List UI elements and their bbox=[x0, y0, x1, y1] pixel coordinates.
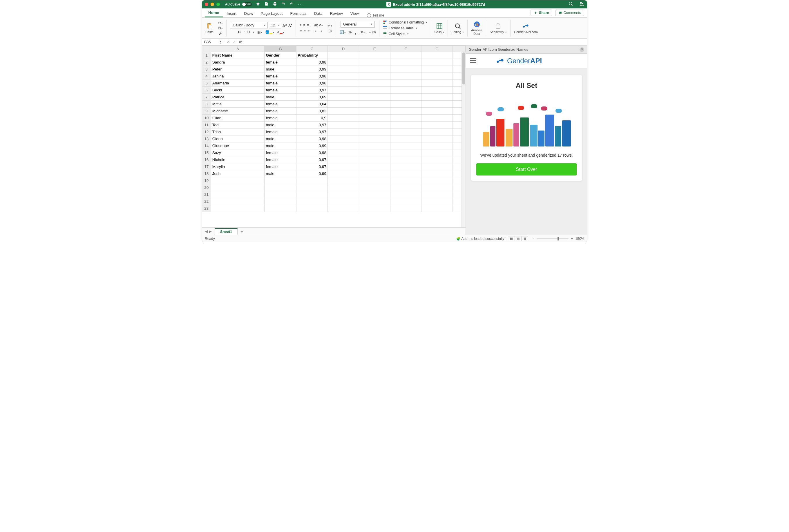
row-header[interactable]: 6 bbox=[202, 87, 211, 94]
table-row[interactable]: 5Anamariafemale0,98 bbox=[202, 80, 466, 87]
cell[interactable]: female bbox=[265, 73, 296, 80]
align-bottom-icon[interactable]: ≡ bbox=[307, 23, 309, 27]
tab-draw[interactable]: Draw bbox=[240, 10, 257, 17]
cell[interactable]: 0,98 bbox=[296, 135, 328, 142]
cell[interactable] bbox=[422, 87, 453, 94]
redo-icon[interactable] bbox=[289, 2, 294, 7]
name-box[interactable]: B35 ▲▼ bbox=[202, 40, 224, 44]
increase-decimal-icon[interactable]: .00→ bbox=[359, 31, 366, 34]
row-header[interactable]: 17 bbox=[202, 163, 211, 170]
borders-button[interactable]: ▦▾ bbox=[257, 30, 262, 34]
cell[interactable]: female bbox=[265, 59, 296, 66]
cell[interactable]: Janina bbox=[211, 73, 265, 80]
bold-button[interactable]: B bbox=[238, 30, 241, 34]
cell[interactable] bbox=[296, 198, 328, 205]
align-left-icon[interactable]: ≡ bbox=[300, 29, 302, 33]
cell[interactable]: 0,98 bbox=[296, 149, 328, 156]
row-header[interactable]: 11 bbox=[202, 121, 211, 129]
cell[interactable] bbox=[359, 177, 390, 184]
cell[interactable]: 0,82 bbox=[296, 108, 328, 115]
cell[interactable] bbox=[328, 66, 359, 73]
cell[interactable] bbox=[422, 129, 453, 135]
cell[interactable] bbox=[390, 198, 422, 205]
cell[interactable] bbox=[211, 198, 265, 205]
col-header-D[interactable]: D bbox=[328, 46, 359, 52]
row-header[interactable]: 9 bbox=[202, 108, 211, 115]
cell[interactable] bbox=[422, 66, 453, 73]
cell[interactable] bbox=[422, 170, 453, 177]
cell[interactable] bbox=[328, 73, 359, 80]
table-row[interactable]: 21 bbox=[202, 191, 466, 198]
cell[interactable] bbox=[328, 177, 359, 184]
save-icon[interactable] bbox=[264, 2, 269, 7]
cell[interactable] bbox=[328, 142, 359, 149]
tab-insert[interactable]: Insert bbox=[223, 10, 240, 17]
row-header[interactable]: 14 bbox=[202, 142, 211, 149]
table-row[interactable]: 20 bbox=[202, 184, 466, 191]
minimize-window-button[interactable] bbox=[211, 3, 214, 6]
cell[interactable] bbox=[265, 198, 296, 205]
cancel-formula-icon[interactable]: ✕ bbox=[227, 40, 230, 44]
table-row[interactable]: 8Mittiefemale0,64 bbox=[202, 101, 466, 108]
paste-button[interactable]: Paste bbox=[204, 23, 215, 34]
cell[interactable] bbox=[390, 142, 422, 149]
cell[interactable]: male bbox=[265, 121, 296, 129]
cell[interactable]: female bbox=[265, 149, 296, 156]
row-header[interactable]: 8 bbox=[202, 101, 211, 108]
cell[interactable] bbox=[422, 80, 453, 87]
copy-icon[interactable]: ⧉▾ bbox=[218, 26, 223, 30]
cell[interactable]: Tod bbox=[211, 121, 265, 129]
cell[interactable]: female bbox=[265, 156, 296, 163]
cell[interactable] bbox=[422, 135, 453, 142]
share-people-icon[interactable] bbox=[579, 1, 584, 7]
cell[interactable] bbox=[390, 87, 422, 94]
cell[interactable] bbox=[359, 205, 390, 212]
row-header[interactable]: 10 bbox=[202, 115, 211, 121]
cell[interactable] bbox=[328, 121, 359, 129]
cell[interactable]: 0,69 bbox=[296, 94, 328, 101]
italic-button[interactable]: I bbox=[243, 30, 244, 34]
row-header[interactable]: 16 bbox=[202, 156, 211, 163]
comma-format-icon[interactable]: , bbox=[354, 29, 356, 35]
conditional-formatting-button[interactable]: Conditional Formatting▾ bbox=[383, 20, 427, 25]
cell[interactable] bbox=[390, 184, 422, 191]
print-icon[interactable] bbox=[273, 2, 277, 7]
cell[interactable] bbox=[422, 177, 453, 184]
cell[interactable] bbox=[422, 121, 453, 129]
cell[interactable]: Glenn bbox=[211, 135, 265, 142]
table-row[interactable]: 14Giuseppemale0,99 bbox=[202, 142, 466, 149]
tab-view[interactable]: View bbox=[347, 10, 362, 17]
table-row[interactable]: 23 bbox=[202, 205, 466, 212]
cell[interactable]: First Name bbox=[211, 52, 265, 59]
align-top-icon[interactable]: ≡ bbox=[300, 23, 301, 27]
add-sheet-button[interactable]: + bbox=[237, 229, 246, 234]
cell[interactable] bbox=[422, 108, 453, 115]
cell[interactable] bbox=[422, 184, 453, 191]
cell[interactable]: female bbox=[265, 163, 296, 170]
table-row[interactable]: 4Janinafemale0,98 bbox=[202, 73, 466, 80]
cell[interactable] bbox=[422, 163, 453, 170]
cell[interactable] bbox=[211, 205, 265, 212]
table-row[interactable]: 17Marylinfemale0,97 bbox=[202, 163, 466, 170]
row-header[interactable]: 21 bbox=[202, 191, 211, 198]
cell[interactable] bbox=[328, 135, 359, 142]
cell[interactable] bbox=[265, 184, 296, 191]
row-header[interactable]: 15 bbox=[202, 149, 211, 156]
select-all-corner[interactable] bbox=[202, 46, 211, 52]
row-header[interactable]: 19 bbox=[202, 177, 211, 184]
tab-review[interactable]: Review bbox=[326, 10, 346, 17]
cell[interactable] bbox=[390, 156, 422, 163]
cell[interactable]: Mittie bbox=[211, 101, 265, 108]
cell[interactable] bbox=[422, 73, 453, 80]
col-header-G[interactable]: G bbox=[422, 46, 453, 52]
cell[interactable]: 0,98 bbox=[296, 59, 328, 66]
cell[interactable] bbox=[328, 59, 359, 66]
next-sheet-icon[interactable]: ▶ bbox=[209, 229, 212, 233]
cell[interactable]: Probability bbox=[296, 52, 328, 59]
cell[interactable] bbox=[390, 73, 422, 80]
cell[interactable]: female bbox=[265, 115, 296, 121]
table-row[interactable]: 10Lilianfemale0,9 bbox=[202, 115, 466, 121]
editing-group[interactable]: Editing ▾ bbox=[450, 23, 465, 34]
col-header-A[interactable]: A bbox=[211, 46, 265, 52]
page-layout-view-icon[interactable]: ▤ bbox=[515, 236, 522, 241]
